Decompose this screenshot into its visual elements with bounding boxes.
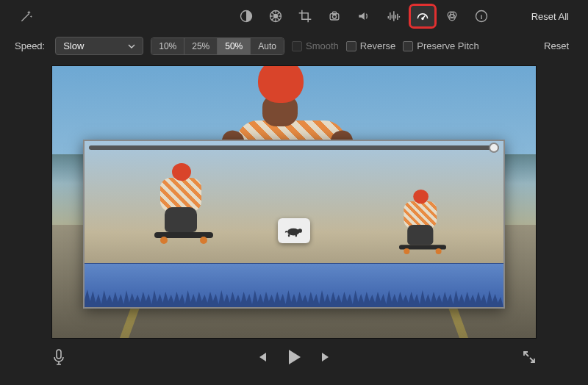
color-balance-icon[interactable] — [234, 6, 258, 26]
clip-skater-2 — [399, 190, 446, 254]
speed-range-overlay[interactable] — [83, 140, 505, 309]
speed-dropdown[interactable]: Slow — [55, 37, 143, 55]
svg-point-2 — [273, 15, 277, 18]
smooth-checkbox-label: Smooth — [306, 40, 339, 51]
audio-track[interactable] — [85, 263, 503, 307]
color-correction-icon[interactable] — [264, 6, 287, 26]
chevron-down-icon — [128, 43, 135, 50]
clip-skater-1 — [154, 163, 213, 244]
speed-controls-bar: Speed: Slow 10% 25% 50% Auto Smooth Reve… — [0, 32, 588, 62]
speed-preset-25[interactable]: 25% — [184, 38, 218, 54]
speed-preset-segmented: 10% 25% 50% Auto — [151, 37, 284, 55]
svg-rect-15 — [57, 350, 61, 359]
svg-point-12 — [298, 229, 302, 233]
speed-range-handle[interactable] — [489, 143, 499, 153]
fullscreen-button[interactable] — [522, 350, 537, 364]
preserve-pitch-checkbox-label: Preserve Pitch — [417, 40, 479, 51]
svg-point-5 — [332, 15, 336, 18]
info-icon[interactable] — [470, 6, 493, 26]
turtle-icon — [284, 223, 304, 238]
reverse-checkbox-label: Reverse — [360, 40, 395, 51]
play-button[interactable] — [284, 348, 304, 367]
speed-label: Speed: — [15, 40, 45, 51]
svg-rect-14 — [295, 234, 297, 237]
adjustment-toolbar: Reset All — [0, 0, 588, 32]
reverse-checkbox[interactable]: Reverse — [346, 40, 395, 51]
video-preview[interactable] — [51, 65, 537, 339]
crop-icon[interactable] — [293, 6, 317, 26]
volume-icon[interactable] — [352, 6, 376, 26]
auto-enhance-icon[interactable] — [15, 6, 38, 26]
checkbox-box — [346, 41, 356, 51]
next-frame-button[interactable] — [320, 350, 333, 364]
previous-frame-button[interactable] — [255, 350, 268, 364]
reset-all-button[interactable]: Reset All — [527, 8, 573, 25]
stabilization-icon[interactable] — [323, 6, 346, 26]
voiceover-button[interactable] — [51, 348, 66, 366]
checkbox-box — [403, 41, 413, 51]
speed-dropdown-value: Slow — [63, 40, 84, 51]
audio-waveform — [85, 284, 503, 307]
speed-preset-10[interactable]: 10% — [151, 38, 184, 54]
color-filters-icon[interactable] — [440, 6, 464, 26]
preserve-pitch-checkbox[interactable]: Preserve Pitch — [403, 40, 479, 51]
svg-point-6 — [422, 18, 423, 19]
smooth-checkbox: Smooth — [292, 40, 339, 51]
slow-indicator-badge — [278, 218, 310, 243]
svg-rect-13 — [288, 234, 290, 237]
speed-icon[interactable] — [411, 6, 434, 26]
noise-reduction-icon[interactable] — [381, 6, 405, 26]
playback-bar — [0, 339, 588, 367]
reset-button[interactable]: Reset — [539, 37, 573, 54]
speed-preset-50[interactable]: 50% — [218, 38, 251, 54]
speed-preset-auto[interactable]: Auto — [251, 38, 284, 54]
checkbox-box — [292, 41, 302, 51]
svg-rect-4 — [332, 12, 336, 14]
speed-range-bar[interactable] — [89, 145, 499, 150]
